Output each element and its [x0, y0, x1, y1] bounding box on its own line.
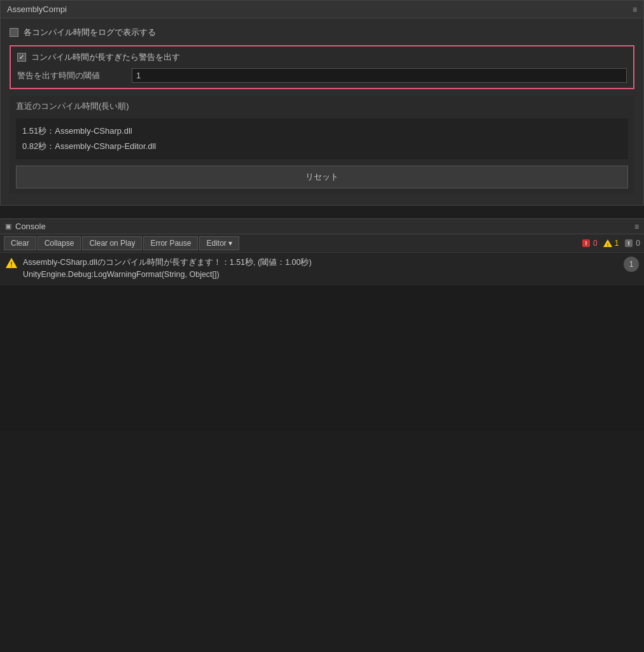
compile-times-title: 直近のコンパイル時間(長い順) — [16, 101, 628, 112]
assembly-panel-title: AssemblyCompi — [7, 4, 67, 14]
log-entry-1[interactable]: ! Assembly-CSharp.dllのコンパイル時間が長すぎます！：1.5… — [0, 253, 644, 285]
log-compile-time-row: 各コンパイル時間をログで表示する — [7, 24, 637, 41]
warning-count: 1 — [615, 239, 619, 248]
console-title: ▣ Console — [5, 222, 46, 231]
log-compile-time-label[interactable]: 各コンパイル時間をログで表示する — [10, 27, 156, 38]
svg-text:!: ! — [606, 242, 608, 248]
info-icon: ! — [624, 238, 634, 248]
svg-text:!: ! — [10, 261, 12, 268]
assembly-menu-icon[interactable]: ≡ — [633, 5, 637, 14]
collapse-button[interactable]: Collapse — [38, 236, 81, 250]
error-icon: ! — [581, 238, 591, 248]
threshold-input[interactable] — [132, 68, 627, 83]
reset-button[interactable]: リセット — [16, 166, 628, 188]
log-compile-time-checkbox[interactable] — [10, 28, 18, 37]
assembly-content: 各コンパイル時間をログで表示する コンパイル時間が長すぎたら警告を出す 警告を出… — [1, 18, 643, 205]
console-title-bar: ▣ Console ≡ — [0, 219, 644, 234]
editor-button[interactable]: Editor ▾ — [199, 236, 239, 250]
warning-badge: ! 1 — [603, 238, 619, 248]
panel-spacer — [0, 206, 644, 218]
warning-triangle-icon: ! — [5, 257, 18, 269]
threshold-row: 警告を出す時間の閾値 — [17, 68, 627, 83]
compile-item-1: 1.51秒：Assembly-CSharp.dll — [22, 124, 622, 139]
svg-text:!: ! — [585, 240, 587, 246]
console-panel: ▣ Console ≡ Clear Collapse Clear on Play… — [0, 218, 644, 431]
compile-item-2: 0.82秒：Assembly-CSharp-Editor.dll — [22, 139, 622, 154]
console-badges: ! 0 ! 1 ! — [581, 238, 640, 248]
info-badge: ! 0 — [624, 238, 640, 248]
console-menu-icon[interactable]: ≡ — [634, 222, 639, 231]
warn-compile-row: コンパイル時間が長すぎたら警告を出す — [17, 52, 627, 63]
threshold-label: 警告を出す時間の閾値 — [17, 70, 132, 82]
log-line-2: UnityEngine.Debug:LogWarningFormat(Strin… — [23, 269, 619, 281]
clear-button[interactable]: Clear — [4, 236, 36, 250]
log-count-badge: 1 — [624, 257, 639, 272]
info-count: 0 — [636, 239, 640, 248]
assembly-panel: AssemblyCompi ≡ 各コンパイル時間をログで表示する コンパイル時間… — [0, 0, 644, 206]
warning-count-icon: ! — [603, 238, 613, 248]
console-title-text: Console — [15, 222, 46, 231]
clear-on-play-button[interactable]: Clear on Play — [82, 236, 142, 250]
compile-times-section: 直近のコンパイル時間(長い順) 1.51秒：Assembly-CSharp.dl… — [10, 96, 634, 194]
compile-times-list: 1.51秒：Assembly-CSharp.dll 0.82秒：Assembly… — [16, 118, 628, 159]
log-text: Assembly-CSharp.dllのコンパイル時間が長すぎます！：1.51秒… — [23, 257, 619, 281]
error-badge: ! 0 — [581, 238, 598, 248]
console-panel-icon: ▣ — [5, 222, 11, 230]
assembly-title-bar: AssemblyCompi ≡ — [1, 1, 643, 18]
svg-text:!: ! — [628, 240, 630, 246]
warn-compile-section: コンパイル時間が長すぎたら警告を出す 警告を出す時間の閾値 — [10, 45, 634, 89]
bottom-spacer — [0, 431, 644, 495]
log-line-1: Assembly-CSharp.dllのコンパイル時間が長すぎます！：1.51秒… — [23, 257, 619, 269]
warn-compile-checkbox[interactable] — [17, 53, 26, 62]
console-log-area: ! Assembly-CSharp.dllのコンパイル時間が長すぎます！：1.5… — [0, 253, 644, 431]
error-pause-button[interactable]: Error Pause — [143, 236, 198, 250]
console-toolbar: Clear Collapse Clear on Play Error Pause… — [0, 234, 644, 253]
error-count: 0 — [593, 239, 598, 248]
